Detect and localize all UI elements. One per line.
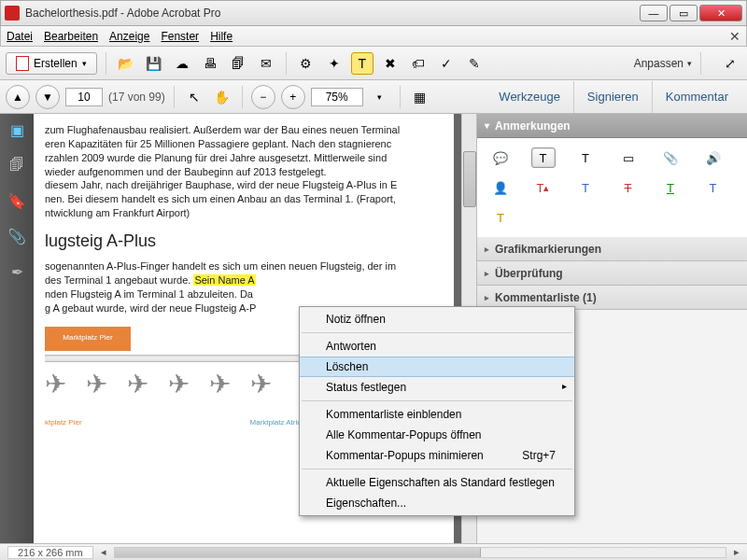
- zoom-out-button[interactable]: −: [251, 85, 275, 109]
- body-text: ntwicklung am Frankfurt Airport): [45, 206, 443, 220]
- sticky-note-icon[interactable]: 💬: [488, 147, 513, 168]
- body-text: nen. Bei diesem handelt es sich um einen…: [45, 192, 443, 206]
- save-icon[interactable]: 💾: [143, 52, 165, 75]
- airplane-icon: ✈: [86, 371, 114, 399]
- body-text: nden Flugsteig A im Terminal 1 abzuleite…: [45, 287, 443, 301]
- pages-icon[interactable]: 🗐: [7, 157, 27, 177]
- body-text: des Terminal 1 angebaut wurde. Sein Name…: [45, 273, 443, 287]
- document-icon: [16, 56, 29, 71]
- diagram-label: ktplatz Pier: [45, 418, 82, 428]
- strike-icon[interactable]: ✖: [379, 52, 402, 75]
- email-icon[interactable]: ✉: [255, 52, 277, 75]
- menu-view[interactable]: Anzeige: [109, 30, 149, 43]
- customize-button[interactable]: Anpassen▾: [634, 57, 692, 70]
- stamp-icon[interactable]: 🏷: [407, 52, 430, 75]
- check-icon[interactable]: ✓: [435, 52, 458, 75]
- body-text: rzahlen 2009 wurde die Planung für drei …: [45, 151, 443, 165]
- insert-text-icon[interactable]: T▴: [531, 177, 556, 198]
- minimize-button[interactable]: —: [640, 5, 668, 21]
- menu-item-default-properties[interactable]: Aktuelle Eigenschaften als Standard fest…: [300, 472, 574, 493]
- window-title: Bachelorthesis.pdf - Adobe Acrobat Pro: [25, 7, 640, 20]
- tool-extra-icon[interactable]: ▦: [409, 86, 431, 108]
- page-up-button[interactable]: ▲: [6, 85, 30, 109]
- edit-icon[interactable]: ✎: [463, 52, 486, 75]
- close-button[interactable]: ✕: [699, 5, 742, 21]
- section-heading: lugsteig A-Plus: [45, 230, 443, 252]
- menu-item-delete[interactable]: Löschen: [300, 357, 574, 377]
- panel-row-grafik[interactable]: ▸Grafikmarkierungen: [477, 237, 747, 261]
- menu-item-set-status[interactable]: Status festlegen: [300, 377, 574, 398]
- menu-file[interactable]: Datei: [7, 30, 33, 43]
- underline-icon[interactable]: T: [658, 177, 683, 198]
- fullscreen-icon[interactable]: ⤢: [719, 52, 741, 75]
- strikethrough-icon[interactable]: T: [616, 177, 641, 198]
- highlight-annotation[interactable]: Sein Name A: [193, 274, 255, 286]
- menu-item-open-note[interactable]: Notiz öffnen: [300, 309, 574, 329]
- scroll-thumb[interactable]: [115, 548, 482, 557]
- scroll-left-icon[interactable]: ◂: [101, 546, 106, 558]
- maximize-button[interactable]: ▭: [669, 5, 698, 21]
- body-text: eren Kapazitäten für 25 Millionen Passag…: [45, 137, 443, 151]
- menu-item-open-all-popups[interactable]: Alle Kommentar-Popups öffnen: [300, 425, 574, 445]
- cloud-icon[interactable]: ☁: [171, 52, 193, 75]
- hand-icon[interactable]: ✋: [211, 86, 233, 108]
- title-bar: Bachelorthesis.pdf - Adobe Acrobat Pro —…: [0, 0, 747, 26]
- sign-link[interactable]: Signieren: [573, 81, 652, 113]
- create-button[interactable]: Erstellen ▾: [6, 52, 97, 75]
- print-icon[interactable]: 🖶: [199, 52, 221, 75]
- zoom-in-button[interactable]: +: [281, 85, 305, 109]
- page-count-label: (17 von 99): [108, 91, 165, 104]
- app-icon: [5, 6, 20, 21]
- body-text: sogenannten A-Plus-Finger handelt es sic…: [45, 259, 443, 273]
- page-down-button[interactable]: ▼: [35, 85, 60, 109]
- scroll-thumb[interactable]: [463, 151, 476, 207]
- tools-link[interactable]: Werkzeuge: [486, 81, 573, 113]
- zoom-input[interactable]: [311, 88, 363, 106]
- thumbnails-icon[interactable]: ▣: [7, 121, 27, 142]
- menu-item-minimize-popups[interactable]: Kommentar-Popups minimierenStrg+7: [300, 445, 574, 466]
- menu-help[interactable]: Hilfe: [210, 30, 233, 43]
- annotation-tools: 💬 T T ▭ 📎 🔊 👤 T▴ T T T T T: [477, 138, 747, 237]
- sparkle-icon[interactable]: ✦: [323, 52, 345, 75]
- status-bar: 216 x 266 mm ◂ ▸: [0, 543, 747, 560]
- page-size-label: 216 x 266 mm: [7, 546, 93, 559]
- signature-icon[interactable]: ✒: [7, 263, 27, 284]
- shortcut-label: Strg+7: [522, 449, 556, 462]
- menu-item-reply[interactable]: Antworten: [300, 336, 574, 357]
- replace-text-icon[interactable]: T: [573, 177, 598, 198]
- horizontal-scrollbar[interactable]: [114, 547, 726, 558]
- airplane-icon: ✈: [168, 371, 196, 399]
- nav-toolbar: ▲ ▼ (17 von 99) ↖ ✋ − + ▾ ▦ Werkzeuge Si…: [0, 80, 747, 114]
- note-tool-icon[interactable]: T: [351, 52, 374, 75]
- airplane-icon: ✈: [209, 371, 237, 399]
- pointer-icon[interactable]: ↖: [183, 86, 205, 108]
- scroll-right-icon[interactable]: ▸: [734, 546, 740, 558]
- panel-row-review[interactable]: ▸Überprüfung: [477, 261, 747, 286]
- body-text: wieder aufgenommen und der Baubeginn auf…: [45, 165, 443, 179]
- audio-icon[interactable]: 🔊: [701, 147, 726, 168]
- bookmarks-icon[interactable]: 🔖: [7, 192, 27, 213]
- attach-icon[interactable]: 📎: [658, 147, 683, 168]
- highlight-tool-icon[interactable]: T: [531, 147, 556, 168]
- main-toolbar: Erstellen ▾ 📂 💾 ☁ 🖶 🗐 ✉ ⚙ ✦ T ✖ 🏷 ✓ ✎ An…: [0, 47, 747, 80]
- text-icon[interactable]: T: [573, 147, 598, 168]
- open-icon[interactable]: 📂: [115, 52, 137, 75]
- diagram-label: Marktplatz Pier: [45, 327, 131, 351]
- panel-header-annotations[interactable]: ▾Anmerkungen: [477, 114, 747, 138]
- text-correction-icon[interactable]: T: [488, 207, 513, 228]
- attachments-icon[interactable]: 📎: [7, 228, 27, 248]
- textbox-icon[interactable]: ▭: [616, 147, 641, 168]
- menu-window[interactable]: Fenster: [161, 30, 199, 43]
- stamp-tool-icon[interactable]: 👤: [488, 177, 513, 198]
- menu-item-show-list[interactable]: Kommentarliste einblenden: [300, 404, 574, 425]
- menu-edit[interactable]: Bearbeiten: [44, 30, 98, 43]
- context-menu: Notiz öffnen Antworten Löschen Status fe…: [299, 306, 575, 516]
- menu-item-properties[interactable]: Eigenschaften...: [300, 493, 574, 513]
- menubar-close-icon[interactable]: ✕: [729, 29, 740, 44]
- page-number-input[interactable]: [65, 88, 103, 106]
- gear-icon[interactable]: ⚙: [295, 52, 317, 75]
- zoom-dropdown-icon[interactable]: ▾: [369, 86, 391, 108]
- add-note-icon[interactable]: T: [701, 177, 726, 198]
- comment-link[interactable]: Kommentar: [652, 81, 741, 113]
- scan-icon[interactable]: 🗐: [227, 52, 249, 75]
